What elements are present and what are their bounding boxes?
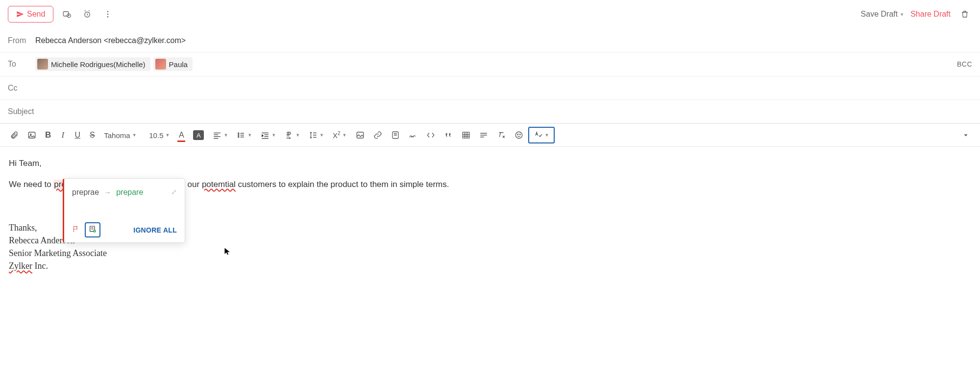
alarm-icon <box>83 10 92 19</box>
svg-rect-11 <box>357 132 364 138</box>
cc-row[interactable]: Cc <box>0 76 980 100</box>
picture-icon <box>356 131 365 140</box>
recipient-chip[interactable]: Paula <box>153 57 193 71</box>
ignore-all-button[interactable]: IGNORE ALL <box>133 226 177 234</box>
svg-point-16 <box>519 134 520 135</box>
insert-link-button[interactable] <box>369 127 386 143</box>
send-label: Send <box>27 10 45 19</box>
to-row[interactable]: To Michelle Rodrigues(Michelle) Paula BC… <box>0 52 980 76</box>
table-icon <box>462 131 470 140</box>
recipient-chip[interactable]: Michelle Rodrigues(Michelle) <box>35 57 150 71</box>
svg-point-15 <box>517 134 518 135</box>
code-button[interactable] <box>422 127 439 143</box>
insert-template-button[interactable] <box>387 127 404 143</box>
text-color-button[interactable]: A <box>174 127 188 143</box>
trash-icon <box>960 10 969 19</box>
align-left-icon <box>213 131 221 140</box>
chevron-down-icon: ▾ <box>901 11 904 18</box>
top-right-group: Save Draft ▾ Share Draft <box>861 7 972 22</box>
svg-point-3 <box>107 11 109 12</box>
insert-table-button[interactable] <box>458 127 474 143</box>
suggestion-row[interactable]: preprae → prepare ⤢ <box>72 186 177 199</box>
font-family-value: Tahoma <box>104 131 130 140</box>
clear-format-button[interactable] <box>493 127 510 143</box>
expand-icon[interactable]: ⤢ <box>171 187 177 198</box>
italic-button[interactable]: I <box>56 127 70 143</box>
to-label: To <box>8 60 35 69</box>
cc-label: Cc <box>8 84 35 93</box>
top-left-group: Send <box>8 6 115 23</box>
svg-point-4 <box>107 14 109 15</box>
highlight-color-button[interactable]: A <box>189 127 208 143</box>
font-family-select[interactable]: Tahoma▼ <box>100 129 144 141</box>
from-label: From <box>8 36 35 45</box>
subject-row[interactable]: Subject <box>0 100 980 123</box>
svg-point-5 <box>107 16 109 18</box>
signature-icon <box>409 131 417 140</box>
font-size-select[interactable]: 10.5▼ <box>145 129 173 141</box>
text-direction-icon <box>285 131 294 140</box>
spelling-error[interactable]: potemtial <box>202 180 236 189</box>
send-button[interactable]: Send <box>8 6 53 23</box>
insert-inline-image-button[interactable] <box>352 127 368 143</box>
flag-button[interactable] <box>72 225 80 235</box>
chevron-down-icon: ▼ <box>319 133 324 138</box>
original-word: preprae <box>72 186 99 199</box>
reminder-button[interactable] <box>80 7 95 22</box>
list-button[interactable]: ▼ <box>233 129 256 141</box>
strikethrough-button[interactable]: S <box>85 127 99 143</box>
quote-button[interactable] <box>440 127 457 143</box>
template-icon <box>391 131 400 140</box>
hr-icon <box>479 131 488 140</box>
insert-signature-button[interactable] <box>405 127 421 143</box>
chevron-down-icon: ▼ <box>343 133 347 138</box>
emoji-button[interactable] <box>511 127 527 143</box>
indent-button[interactable]: ▼ <box>257 129 280 141</box>
arrow-right-icon: → <box>104 186 111 199</box>
bold-button[interactable]: B <box>41 127 55 143</box>
chevron-down-icon: ▼ <box>165 133 170 138</box>
image-icon <box>27 131 36 140</box>
chevron-down-icon: ▼ <box>247 133 252 138</box>
discard-draft-button[interactable] <box>957 7 972 22</box>
underline-button[interactable]: U <box>71 127 84 143</box>
chevron-down-icon: ▼ <box>545 133 549 138</box>
svg-point-14 <box>515 132 522 139</box>
spellcheck-button-active[interactable]: ▼ <box>528 127 555 143</box>
chevron-down-icon: ▼ <box>132 133 137 138</box>
from-value: Rebecca Anderson <rebecca@zylker.com> <box>35 36 186 45</box>
align-button[interactable]: ▼ <box>209 129 232 141</box>
bcc-toggle[interactable]: BCC <box>957 60 972 68</box>
svg-point-9 <box>238 135 239 136</box>
add-to-dictionary-button[interactable] <box>85 222 100 237</box>
save-draft-label: Save Draft <box>861 10 898 19</box>
save-draft-button[interactable]: Save Draft ▾ <box>861 10 904 19</box>
schedule-send-button[interactable] <box>59 7 74 22</box>
line-height-button[interactable]: ▼ <box>305 129 328 141</box>
insert-image-button[interactable] <box>24 127 40 143</box>
recipient-name: Paula <box>169 60 188 69</box>
kebab-icon <box>103 10 112 19</box>
direction-button[interactable]: ▼ <box>281 129 304 141</box>
font-size-value: 10.5 <box>149 131 163 140</box>
more-options-button[interactable] <box>100 7 115 22</box>
indent-icon <box>261 131 270 140</box>
send-icon <box>16 10 24 18</box>
paperclip-icon <box>10 131 19 140</box>
svg-rect-6 <box>28 132 35 138</box>
attach-button[interactable] <box>6 127 23 143</box>
hr-button[interactable] <box>475 127 492 143</box>
message-body[interactable]: Hi Team, We need to preprae a presentati… <box>0 147 980 282</box>
superscript-button[interactable]: X2▼ <box>329 129 351 141</box>
chevron-down-icon <box>961 131 970 140</box>
avatar <box>155 59 166 70</box>
clear-format-icon <box>497 131 506 140</box>
toolbar-expand-button[interactable] <box>957 127 974 143</box>
greeting-line: Hi Team, <box>9 157 971 171</box>
share-draft-button[interactable]: Share Draft <box>910 10 951 19</box>
top-action-bar: Send Save Draft ▾ Share Draft <box>0 0 980 29</box>
formatting-toolbar: B I U S Tahoma▼ 10.5▼ A A ▼ ▼ ▼ ▼ ▼ X2▼ … <box>0 123 980 147</box>
from-row: From Rebecca Anderson <rebecca@zylker.co… <box>0 29 980 52</box>
spellcheck-icon <box>534 131 543 140</box>
link-icon <box>373 131 382 140</box>
